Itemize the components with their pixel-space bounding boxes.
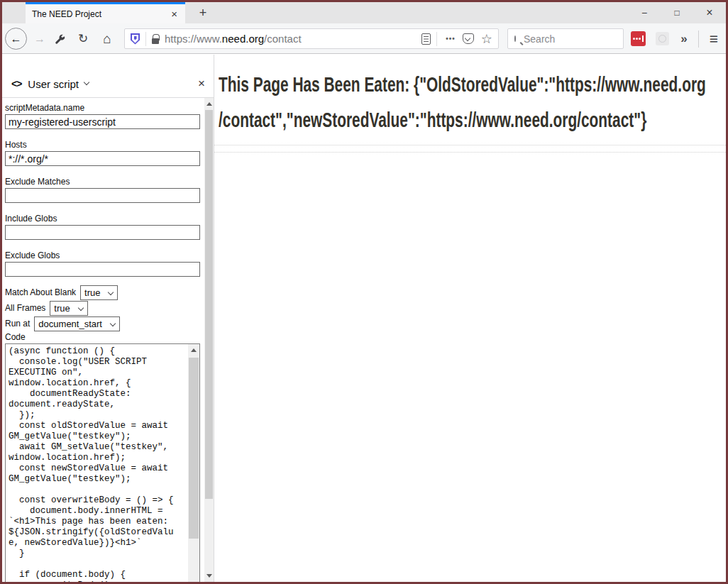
userscript-sidebar: User script × scriptMetadata.name Hosts … (2, 55, 214, 582)
url-scheme: https://www. (165, 33, 222, 45)
page-content: This Page Has Been Eaten: {"OldStoredVal… (214, 55, 726, 582)
chevron-down-icon (110, 320, 116, 326)
field-label-hosts: Hosts (5, 141, 200, 150)
select-value: document_start (38, 319, 102, 329)
window-close-button[interactable]: × (693, 2, 726, 23)
lock-icon[interactable] (152, 38, 159, 44)
select-value: true (84, 287, 100, 298)
overflow-chevron-icon[interactable]: » (675, 23, 693, 54)
field-label-code: Code (5, 333, 200, 342)
home-button[interactable]: ⌂ (99, 23, 116, 54)
dotted-divider (214, 145, 726, 145)
scrollbar-thumb[interactable] (205, 110, 213, 499)
field-label-include-globs: Include Globs (5, 214, 200, 224)
heading-line-1: This Page Has Been Eaten: {"OldStoredVal… (219, 67, 584, 102)
run-at-select[interactable]: document_start (34, 316, 120, 331)
tab-bar: The NEED Project × + − □ × (2, 2, 726, 23)
hamburger-menu-icon[interactable]: ≡ (703, 23, 724, 54)
active-tab[interactable]: The NEED Project × (26, 2, 185, 23)
window-controls: − □ × (628, 2, 726, 23)
reload-button[interactable]: ↻ (75, 23, 91, 54)
sidebar-header: User script × (2, 55, 214, 98)
heading-line-2: /contact","newStoredValue":"https://www.… (219, 102, 584, 138)
url-path: /contact (264, 33, 302, 45)
script-name-input[interactable] (5, 114, 200, 129)
field-label-all-frames: All Frames (5, 304, 45, 313)
chevron-down-icon (108, 289, 114, 294)
code-scrollbar[interactable] (188, 344, 199, 582)
field-label-run-at: Run at (5, 319, 30, 329)
divider (145, 32, 146, 46)
all-frames-select[interactable]: true (50, 301, 87, 316)
wrench-icon[interactable] (52, 23, 67, 54)
code-brackets-icon (11, 78, 21, 89)
pocket-icon[interactable] (463, 33, 474, 44)
dotted-divider (214, 152, 726, 153)
url-domain: need.org (222, 33, 264, 45)
scrollbar-thumb[interactable] (189, 358, 199, 539)
back-button[interactable]: ← (5, 28, 27, 50)
divider (436, 32, 437, 46)
scroll-down-arrow[interactable] (204, 570, 214, 582)
field-label-exclude-globs: Exclude Globs (5, 251, 200, 260)
field-label-match-about-blank: Match About Blank (5, 288, 76, 297)
select-value: true (54, 303, 70, 314)
scroll-up-arrow[interactable] (204, 98, 214, 110)
code-editor[interactable]: (async function () { console.log("USER S… (5, 343, 200, 582)
scroll-up-arrow[interactable] (188, 344, 199, 356)
content-area: User script × scriptMetadata.name Hosts … (2, 55, 726, 582)
tab-close-icon[interactable]: × (170, 8, 179, 20)
match-about-blank-select[interactable]: true (80, 285, 118, 300)
new-tab-button[interactable]: + (192, 2, 214, 23)
code-text[interactable]: (async function () { console.log("USER S… (6, 344, 188, 582)
field-label-script-name: scriptMetadata.name (5, 104, 200, 113)
maximize-button[interactable]: □ (661, 2, 693, 23)
tracking-protection-shield-icon[interactable] (131, 33, 140, 45)
divider (698, 31, 699, 48)
sidebar-scrollbar[interactable] (204, 98, 214, 582)
tab-title: The NEED Project (32, 9, 170, 19)
field-label-exclude-matches: Exclude Matches (5, 177, 200, 187)
page-actions-menu-icon[interactable]: ••• (446, 35, 456, 43)
chevron-down-icon (78, 304, 84, 310)
reader-mode-icon[interactable] (421, 33, 431, 45)
exclude-matches-input[interactable] (5, 188, 200, 203)
sidebar-title[interactable]: User script (28, 78, 79, 90)
search-icon (514, 35, 516, 42)
disabled-extension-icon[interactable] (656, 32, 669, 45)
password-manager-extension-icon[interactable] (631, 31, 646, 46)
sidebar-form: scriptMetadata.name Hosts Exclude Matche… (2, 98, 204, 582)
browser-window: The NEED Project × + − □ × ← → ↻ ⌂ https… (0, 0, 728, 584)
bookmark-star-icon[interactable]: ☆ (481, 31, 492, 47)
minimize-button[interactable]: − (628, 2, 661, 23)
include-globs-input[interactable] (5, 225, 200, 240)
navigation-toolbar: ← → ↻ ⌂ https://www.need.org/contact •••… (2, 23, 726, 54)
search-box[interactable] (507, 28, 624, 49)
url-bar[interactable]: https://www.need.org/contact ••• ☆ (124, 28, 499, 49)
chevron-down-icon[interactable] (84, 79, 89, 85)
page-actions: ••• ☆ (421, 31, 492, 47)
page-heading: This Page Has Been Eaten: {"OldStoredVal… (214, 67, 726, 138)
exclude-globs-input[interactable] (5, 262, 200, 277)
hosts-input[interactable] (5, 151, 200, 166)
forward-button[interactable]: → (32, 23, 48, 54)
sidebar-close-icon[interactable]: × (198, 77, 205, 91)
